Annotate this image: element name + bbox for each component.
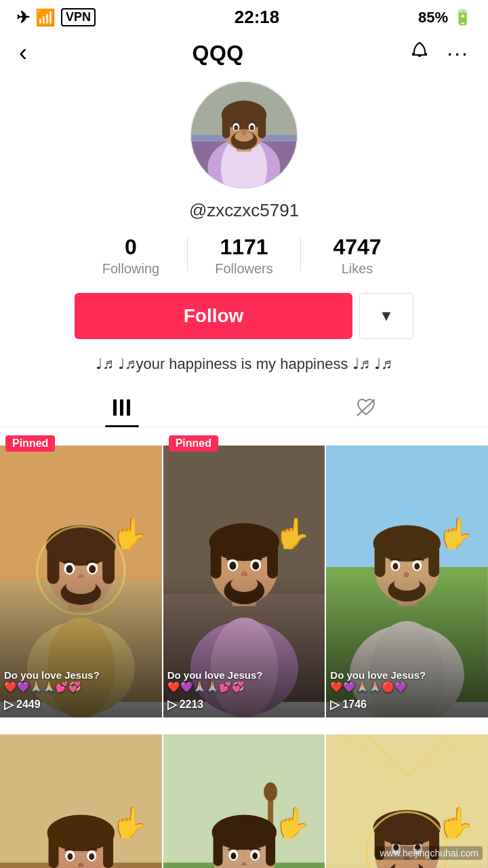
header-actions: ··· — [409, 40, 469, 66]
svg-point-34 — [89, 565, 96, 573]
view-count: 2213 — [180, 698, 204, 711]
status-left: ✈ 📶 VPN — [16, 8, 96, 27]
video-overlay — [163, 574, 325, 717]
video-grid: Pinned👇Do you love Jesus?❤️💜🙏🏼🙏🏼💕💞 ▷ 244… — [0, 430, 488, 868]
avatar — [190, 81, 298, 189]
followers-count: 1171 — [220, 235, 268, 260]
watermark: www.heijingchuhai.com — [375, 846, 483, 860]
svg-point-13 — [250, 125, 254, 130]
avatar-image — [191, 82, 297, 188]
video-item[interactable]: 👇Do you love Jesus?❤️💜🙏🏼🙏🏼🔴💜 ▷ 1746 — [326, 430, 488, 717]
dropdown-button[interactable]: ▼ — [359, 293, 413, 339]
pinned-badge: Pinned — [169, 435, 218, 452]
tabs-row — [0, 389, 488, 427]
svg-point-12 — [234, 125, 238, 130]
view-count: 1746 — [342, 698, 367, 711]
profile-section: @zxczxc5791 0 Following 1171 Followers 4… — [0, 74, 488, 389]
liked-icon — [356, 398, 376, 417]
likes-label: Likes — [342, 261, 373, 277]
following-stat[interactable]: 0 Following — [75, 235, 187, 277]
svg-point-67 — [393, 563, 399, 570]
followers-label: Followers — [215, 261, 273, 277]
video-caption: Do you love Jesus?❤️💜🙏🏼🙏🏼💕💞 — [4, 669, 158, 693]
finger-emoji: 👇 — [437, 806, 474, 841]
play-icon: ▷ — [4, 697, 14, 712]
bio: ♩♬ ♩♬your happiness is my happiness ♩♬ ♩… — [82, 353, 405, 375]
svg-point-51 — [252, 561, 259, 570]
stats-row: 0 Following 1171 Followers 4747 Likes — [75, 235, 413, 277]
svg-point-33 — [66, 565, 73, 573]
svg-point-103 — [230, 853, 236, 860]
svg-rect-19 — [127, 399, 130, 416]
wifi-icon: ✈ — [16, 8, 30, 27]
video-overlay — [326, 863, 488, 868]
followers-stat[interactable]: 1171 Followers — [188, 235, 300, 277]
video-views: ▷ 1746 — [330, 697, 367, 712]
bell-icon — [409, 40, 430, 62]
vpn-badge: VPN — [61, 8, 96, 26]
likes-count: 4747 — [333, 235, 381, 260]
tab-grid[interactable] — [0, 389, 244, 427]
page-title: QQQ — [192, 41, 244, 66]
follow-button[interactable]: Follow — [75, 293, 352, 339]
tab-liked[interactable] — [244, 389, 488, 427]
svg-point-50 — [229, 561, 236, 570]
username: @zxczxc5791 — [189, 200, 299, 221]
battery-icon: 🔋 — [453, 9, 472, 26]
likes-stat[interactable]: 4747 Likes — [301, 235, 413, 277]
svg-point-93 — [264, 783, 277, 802]
finger-emoji: 👇 — [111, 806, 148, 841]
svg-rect-18 — [120, 399, 123, 416]
video-views: ▷ 2213 — [167, 697, 204, 712]
video-item[interactable]: 👇Do you love Jesus?❤️💜🙏🏼🙏🏼🔴💜 ▷ 1071 — [163, 719, 325, 868]
play-icon: ▷ — [167, 697, 177, 712]
video-item[interactable]: Pinned👇Do you love Jesus?❤️💜🙏🏼🙏🏼💕💞 ▷ 244… — [0, 430, 162, 717]
svg-point-16 — [241, 129, 247, 136]
video-overlay — [326, 574, 488, 717]
video-overlay — [163, 863, 325, 868]
more-button[interactable]: ··· — [447, 41, 469, 66]
status-time: 22:18 — [235, 7, 280, 28]
play-icon: ▷ — [330, 697, 340, 712]
status-right: 85% 🔋 — [418, 9, 472, 26]
following-count: 0 — [125, 235, 137, 260]
view-count: 2449 — [16, 698, 41, 711]
svg-point-85 — [89, 854, 94, 861]
notification-button[interactable] — [409, 40, 430, 66]
video-caption: Do you love Jesus?❤️💜🙏🏼🙏🏼🔴💜 — [330, 669, 484, 693]
finger-emoji: 👇 — [437, 516, 474, 551]
svg-rect-63 — [375, 545, 386, 577]
action-buttons: Follow ▼ — [75, 293, 413, 339]
pinned-badge: Pinned — [5, 435, 55, 452]
header: ‹ QQQ ··· — [0, 32, 488, 74]
grid-icon — [112, 399, 132, 416]
svg-rect-17 — [113, 399, 117, 416]
video-item[interactable]: 👇Do you love Jesus?❤️💜🙏🏼🙏🏼🔴💜 ▷ 1271 — [0, 719, 162, 868]
video-caption: Do you love Jesus?❤️💜🙏🏼🙏🏼💕💞 — [167, 669, 321, 693]
svg-point-68 — [415, 563, 420, 570]
dropdown-icon: ▼ — [379, 307, 394, 325]
video-item[interactable]: Pinned👇Do you love Jesus?❤️💜🙏🏼🙏🏼💕💞 ▷ 221… — [163, 430, 325, 717]
battery-percent: 85% — [418, 9, 448, 26]
signal-icon: 📶 — [35, 8, 56, 27]
status-bar: ✈ 📶 VPN 22:18 85% 🔋 — [0, 0, 488, 32]
svg-rect-99 — [213, 834, 222, 867]
back-button[interactable]: ‹ — [19, 39, 27, 67]
video-thumbnail — [163, 719, 325, 868]
svg-rect-8 — [222, 115, 230, 138]
following-label: Following — [102, 261, 159, 277]
video-overlay — [0, 574, 162, 717]
finger-emoji: 👇 — [274, 806, 311, 841]
svg-rect-9 — [258, 115, 266, 138]
finger-emoji: 👇 — [111, 516, 148, 551]
svg-point-104 — [252, 853, 258, 860]
video-thumbnail — [0, 719, 162, 868]
video-views: ▷ 2449 — [4, 697, 41, 712]
svg-point-84 — [67, 854, 73, 861]
video-overlay — [0, 863, 162, 868]
finger-emoji: 👇 — [274, 516, 311, 551]
